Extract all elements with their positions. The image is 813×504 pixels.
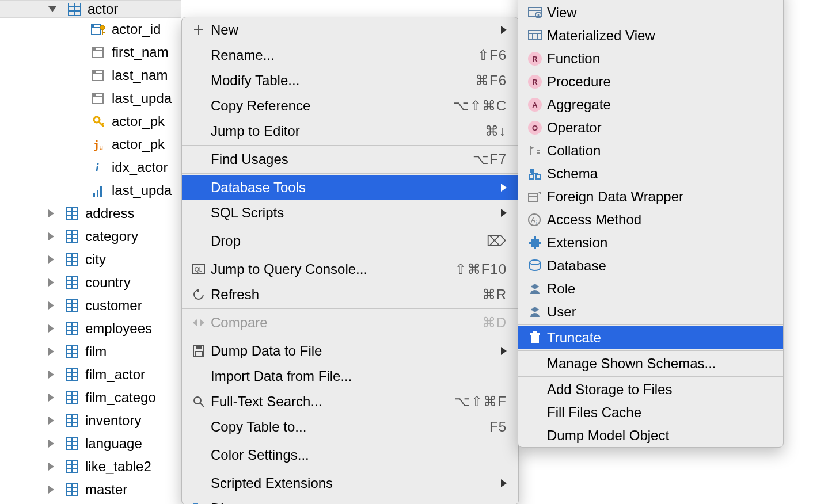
svg-rect-25 bbox=[93, 193, 95, 197]
menu-item-diagrams[interactable]: Diagrams bbox=[182, 496, 518, 504]
tree-column-actor_pk[interactable]: actor_pk bbox=[0, 110, 181, 133]
tree-table-master[interactable]: master bbox=[0, 478, 181, 501]
menu-item-copy-reference[interactable]: Copy Reference⌥⇧⌘C bbox=[182, 93, 518, 119]
menu-item-new[interactable]: New bbox=[182, 17, 518, 43]
submenu-item-fill-files-cache[interactable]: Fill Files Cache bbox=[518, 401, 783, 424]
menu-item-label: Copy Reference bbox=[207, 98, 453, 114]
menu-separator bbox=[518, 350, 783, 351]
tree-column-actor_pk[interactable]: juactor_pk bbox=[0, 133, 181, 156]
svg-text:i: i bbox=[536, 220, 537, 226]
menu-item-rename[interactable]: Rename...⇧F6 bbox=[182, 43, 518, 68]
database-tools-submenu[interactable]: Foreign TableViewMaterialized ViewRFunct… bbox=[518, 0, 784, 448]
chevron-right-icon bbox=[48, 371, 54, 379]
tree-table-film_actor[interactable]: film_actor bbox=[0, 363, 181, 386]
menu-item-refresh[interactable]: Refresh⌘R bbox=[182, 282, 518, 307]
submenu-item-collation[interactable]: Collation bbox=[518, 139, 783, 162]
submenu-item-view[interactable]: View bbox=[518, 1, 783, 24]
menu-item-label: SQL Scripts bbox=[207, 205, 493, 221]
chevron-right-icon bbox=[48, 301, 54, 310]
menu-item-copy-table-to[interactable]: Copy Table to...F5 bbox=[182, 414, 518, 440]
tree-table-language[interactable]: language bbox=[0, 432, 181, 455]
menu-item-sql-scripts[interactable]: SQL Scripts bbox=[182, 200, 518, 226]
menu-separator bbox=[182, 469, 518, 469]
submenu-item-access-method[interactable]: AiAccess Method bbox=[518, 208, 783, 231]
tree-table-city[interactable]: city bbox=[0, 248, 181, 271]
tree-table-node-actor[interactable]: actor bbox=[0, 0, 181, 18]
menu-item-label: Function bbox=[544, 51, 770, 67]
menu-item-label: User bbox=[544, 304, 770, 320]
submenu-item-role[interactable]: Role bbox=[518, 277, 783, 300]
svg-rect-129 bbox=[539, 242, 541, 244]
submenu-item-aggregate[interactable]: AAggregate bbox=[518, 93, 783, 116]
tree-node-label: language bbox=[85, 436, 142, 452]
menu-item-label: Database Tools bbox=[207, 180, 493, 196]
table-icon bbox=[64, 482, 79, 497]
tree-table-customer[interactable]: customer bbox=[0, 294, 181, 317]
submenu-item-dump-model-object[interactable]: Dump Model Object bbox=[518, 424, 783, 447]
menu-item-jump-to-query-console[interactable]: QLJump to Query Console...⇧⌘F10 bbox=[182, 257, 518, 282]
menu-shortcut: F5 bbox=[489, 419, 507, 435]
menu-item-drop[interactable]: Drop⌦ bbox=[182, 228, 518, 254]
tree-table-like_table2[interactable]: like_table2 bbox=[0, 455, 181, 478]
menu-item-label: Collation bbox=[544, 143, 770, 159]
tree-table-inventory[interactable]: inventory bbox=[0, 409, 181, 432]
database-tree[interactable]: actor actor_idfirst_namlast_namlast_upda… bbox=[0, 0, 181, 504]
submenu-item-extension[interactable]: Extension bbox=[518, 231, 783, 254]
submenu-item-materialized-view[interactable]: Materialized View bbox=[518, 24, 783, 47]
tree-node-label: master bbox=[85, 482, 127, 498]
menu-item-scripted-extensions[interactable]: Scripted Extensions bbox=[182, 471, 518, 496]
svg-rect-88 bbox=[196, 346, 202, 349]
menu-item-find-usages[interactable]: Find Usages⌥F7 bbox=[182, 147, 518, 172]
tree-table-category[interactable]: category bbox=[0, 225, 181, 248]
svg-text:i: i bbox=[96, 161, 99, 174]
tree-column-actor_id[interactable]: actor_id bbox=[0, 18, 181, 41]
submenu-item-database[interactable]: Database bbox=[518, 254, 783, 277]
menu-item-modify-table[interactable]: Modify Table...⌘F6 bbox=[182, 68, 518, 93]
menu-item-import-data-from-file[interactable]: Import Data from File... bbox=[182, 364, 518, 389]
menu-item-label: Aggregate bbox=[544, 97, 770, 113]
tree-table-address[interactable]: address bbox=[0, 202, 181, 225]
compare-icon bbox=[190, 318, 207, 328]
menu-item-label: Foreign Data Wrapper bbox=[544, 189, 770, 205]
submenu-item-procedure[interactable]: RProcedure bbox=[518, 70, 783, 93]
menu-item-database-tools[interactable]: Database Tools bbox=[182, 175, 518, 200]
menu-separator bbox=[182, 173, 518, 174]
submenu-item-add-storage-to-files[interactable]: Add Storage to Files bbox=[518, 378, 783, 401]
svg-rect-126 bbox=[531, 239, 539, 247]
tree-column-last_upda[interactable]: last_upda bbox=[0, 179, 181, 202]
svg-rect-89 bbox=[195, 352, 202, 356]
svg-rect-15 bbox=[93, 70, 96, 74]
submenu-item-truncate[interactable]: Truncate bbox=[518, 326, 783, 349]
tree-column-last_upda[interactable]: last_upda bbox=[0, 87, 181, 110]
tree-column-idx_actor[interactable]: iidx_actor bbox=[0, 156, 181, 179]
menu-item-label: Color Settings... bbox=[207, 447, 507, 463]
svg-text:QL: QL bbox=[195, 266, 203, 273]
submenu-item-foreign-data-wrapper[interactable]: Foreign Data Wrapper bbox=[518, 185, 783, 208]
menu-shortcut: ⌥⇧⌘C bbox=[453, 98, 507, 114]
context-menu[interactable]: NewRename...⇧F6Modify Table...⌘F6Copy Re… bbox=[181, 17, 519, 504]
submenu-item-user[interactable]: User bbox=[518, 300, 783, 323]
tree-table-film_catego[interactable]: film_catego bbox=[0, 386, 181, 409]
tree-table-employees[interactable]: employees bbox=[0, 317, 181, 340]
menu-item-label: Drop bbox=[207, 233, 487, 249]
svg-rect-115 bbox=[530, 175, 534, 179]
tree-column-last_nam[interactable]: last_nam bbox=[0, 64, 181, 87]
submenu-item-manage-shown-schemas[interactable]: Manage Shown Schemas... bbox=[518, 352, 783, 375]
menu-item-label: Copy Table to... bbox=[207, 419, 489, 435]
submenu-item-operator[interactable]: OOperator bbox=[518, 116, 783, 139]
menu-shortcut: ⌦ bbox=[487, 233, 507, 249]
svg-rect-128 bbox=[529, 242, 531, 244]
tree-table-country[interactable]: country bbox=[0, 271, 181, 294]
chevron-right-icon bbox=[48, 255, 54, 264]
column-icon bbox=[91, 22, 106, 37]
menu-item-dump-data-to-file[interactable]: Dump Data to File bbox=[182, 338, 518, 364]
menu-item-full-text-search[interactable]: Full-Text Search...⌥⇧⌘F bbox=[182, 389, 518, 414]
tree-column-first_nam[interactable]: first_nam bbox=[0, 41, 181, 64]
chevron-right-icon bbox=[48, 417, 54, 425]
table-icon bbox=[64, 436, 79, 451]
menu-item-jump-to-editor[interactable]: Jump to Editor⌘↓ bbox=[182, 119, 518, 144]
menu-item-color-settings[interactable]: Color Settings... bbox=[182, 442, 518, 468]
tree-table-film[interactable]: film bbox=[0, 340, 181, 363]
submenu-item-function[interactable]: RFunction bbox=[518, 47, 783, 70]
submenu-item-schema[interactable]: Schema bbox=[518, 162, 783, 185]
